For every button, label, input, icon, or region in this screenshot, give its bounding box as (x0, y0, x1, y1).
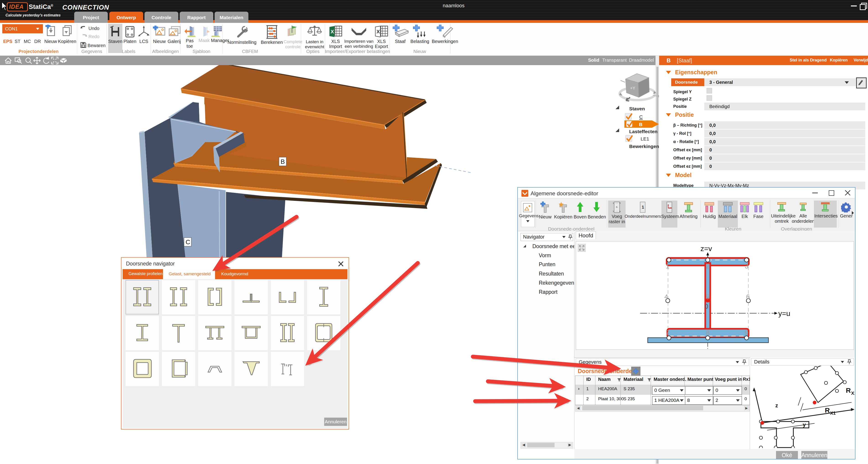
svg-text:LE1: LE1 (641, 136, 649, 141)
svg-text:X2: X2 (851, 391, 855, 396)
svg-text:z=v: z=v (701, 244, 712, 253)
svg-text:R: R (846, 386, 851, 394)
svg-text:3: 3 (619, 202, 621, 204)
svg-text:2: 2 (706, 262, 710, 270)
svg-text:1: 1 (666, 262, 670, 270)
svg-text:9: 9 (745, 329, 748, 336)
svg-text:7: 7 (666, 329, 670, 336)
svg-text:4: 4 (664, 293, 668, 300)
svg-text:3: 3 (745, 262, 748, 270)
svg-text:X1: X1 (830, 410, 836, 415)
svg-text:y: y (803, 422, 806, 428)
svg-text:7: 7 (613, 210, 614, 213)
svg-text:B: B (281, 158, 285, 165)
svg-text:C: C (639, 114, 643, 119)
svg-text:C: C (186, 238, 190, 245)
svg-text:5: 5 (706, 293, 710, 300)
svg-text:X: X (331, 29, 334, 34)
svg-text:9: 9 (619, 210, 621, 213)
svg-text:Bewerkingen: Bewerkingen (629, 144, 659, 149)
svg-text:1: 1 (642, 205, 644, 209)
svg-text:8: 8 (706, 329, 710, 336)
svg-text:Lasteffecten: Lasteffecten (629, 129, 657, 134)
svg-text:+Y: +Y (630, 86, 636, 90)
svg-text:R: R (825, 406, 830, 414)
svg-text:0: 0 (705, 303, 708, 310)
svg-text:6: 6 (746, 293, 750, 300)
svg-text:5: 5 (616, 206, 617, 208)
svg-text:X: X (376, 29, 380, 34)
svg-text:B: B (639, 122, 643, 127)
svg-text:y=u: y=u (778, 309, 790, 318)
svg-text:Staven: Staven (629, 106, 645, 111)
svg-text:z: z (775, 402, 778, 408)
svg-text:1: 1 (613, 202, 614, 204)
